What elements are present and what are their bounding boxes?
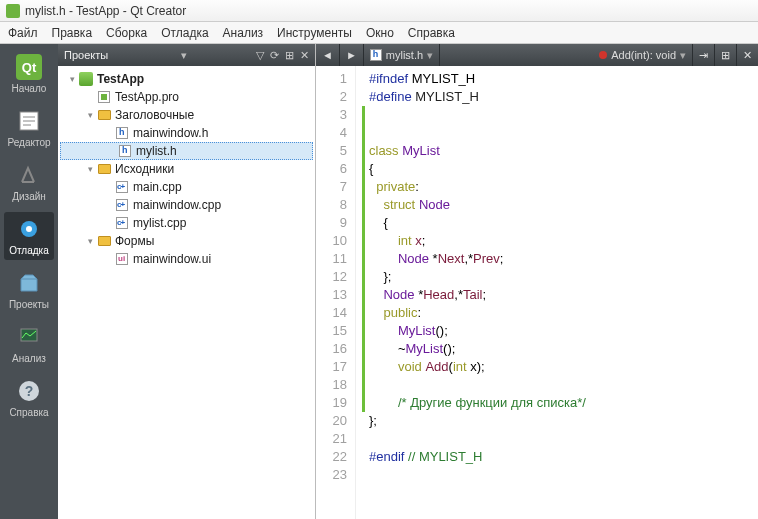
line-gutter: 1234567891011121314151617181920212223: [316, 66, 356, 519]
menu-файл[interactable]: Файл: [8, 26, 38, 40]
code-line[interactable]: [362, 430, 758, 448]
window-title: mylist.h - TestApp - Qt Creator: [25, 4, 186, 18]
qt-icon: Qt: [16, 54, 42, 80]
sync-icon[interactable]: ⟳: [270, 49, 279, 62]
project-panel-title: Проекты: [64, 49, 108, 61]
code-line[interactable]: [362, 106, 758, 124]
disclosure-icon[interactable]: ▾: [84, 164, 96, 174]
design-icon: [16, 162, 42, 188]
tree-item[interactable]: mainwindow.ui: [58, 250, 315, 268]
nav-back[interactable]: ◄: [316, 44, 340, 66]
menu-отладка[interactable]: Отладка: [161, 26, 208, 40]
mode-debug[interactable]: Отладка: [4, 212, 54, 260]
menu-bar: ФайлПравкаСборкаОтладкаАнализИнструменты…: [0, 22, 758, 44]
project-panel: Проекты ▾ ▽ ⟳ ⊞ ✕ ▾TestAppTestApp.pro▾За…: [58, 44, 316, 519]
file-icon: [114, 252, 130, 266]
method-icon: [599, 51, 607, 59]
tree-label: main.cpp: [133, 180, 182, 194]
code-line[interactable]: [362, 466, 758, 484]
file-icon: [114, 180, 130, 194]
code-line[interactable]: int x;: [362, 232, 758, 250]
disclosure-icon[interactable]: ▾: [66, 74, 78, 84]
code-line[interactable]: };: [362, 268, 758, 286]
tree-item[interactable]: mylist.h: [60, 142, 313, 160]
editor-filename: mylist.h: [386, 49, 423, 61]
close-panel-icon[interactable]: ✕: [300, 49, 309, 62]
mode-analyze[interactable]: Анализ: [4, 320, 54, 368]
help-icon: ?: [16, 378, 42, 404]
tree-item[interactable]: mainwindow.cpp: [58, 196, 315, 214]
file-icon: [78, 72, 94, 86]
debug-icon: [16, 216, 42, 242]
mode-design[interactable]: Дизайн: [4, 158, 54, 206]
window-titlebar: mylist.h - TestApp - Qt Creator: [0, 0, 758, 22]
mode-projects[interactable]: Проекты: [4, 266, 54, 314]
tree-item[interactable]: ▾Исходники: [58, 160, 315, 178]
tree-label: Исходники: [115, 162, 174, 176]
menu-инструменты[interactable]: Инструменты: [277, 26, 352, 40]
tree-item[interactable]: main.cpp: [58, 178, 315, 196]
code-editor[interactable]: 1234567891011121314151617181920212223 #i…: [316, 66, 758, 519]
menu-сборка[interactable]: Сборка: [106, 26, 147, 40]
tree-item[interactable]: ▾Формы: [58, 232, 315, 250]
code-content[interactable]: #ifndef MYLIST_H#define MYLIST_Hclass My…: [356, 66, 758, 519]
file-icon: [114, 216, 130, 230]
tree-label: Формы: [115, 234, 154, 248]
code-line[interactable]: private:: [362, 178, 758, 196]
tree-label: mainwindow.cpp: [133, 198, 221, 212]
code-line[interactable]: #ifndef MYLIST_H: [362, 70, 758, 88]
close-editor-icon[interactable]: ✕: [737, 44, 758, 66]
file-selector[interactable]: mylist.h ▾: [364, 44, 440, 66]
mode-editor[interactable]: Редактор: [4, 104, 54, 152]
svg-text:Qt: Qt: [22, 60, 37, 75]
tree-label: mainwindow.ui: [133, 252, 211, 266]
menu-справка[interactable]: Справка: [408, 26, 455, 40]
dropdown-icon[interactable]: ▾: [181, 49, 187, 62]
file-icon: [114, 198, 130, 212]
file-icon: [96, 108, 112, 122]
code-line[interactable]: Node *Next,*Prev;: [362, 250, 758, 268]
editor-panel: ◄ ► mylist.h ▾ Add(int): void ▾ ⇥ ⊞ ✕ 12…: [316, 44, 758, 519]
editor-method: Add(int): void: [611, 49, 676, 61]
code-line[interactable]: class MyList: [362, 142, 758, 160]
code-line[interactable]: [362, 376, 758, 394]
code-line[interactable]: struct Node: [362, 196, 758, 214]
tree-item[interactable]: mainwindow.h: [58, 124, 315, 142]
filter-icon[interactable]: ▽: [256, 49, 264, 62]
disclosure-icon[interactable]: ▾: [84, 236, 96, 246]
file-icon: [117, 144, 133, 158]
app-icon: [6, 4, 20, 18]
split-editor-icon[interactable]: ⊞: [715, 44, 737, 66]
tree-item[interactable]: ▾Заголовочные: [58, 106, 315, 124]
code-line[interactable]: [362, 124, 758, 142]
editor-toolbar: ◄ ► mylist.h ▾ Add(int): void ▾ ⇥ ⊞ ✕: [316, 44, 758, 66]
disclosure-icon[interactable]: ▾: [84, 110, 96, 120]
file-icon: [96, 90, 112, 104]
code-line[interactable]: /* Другие функции для списка*/: [362, 394, 758, 412]
split-icon[interactable]: ⊞: [285, 49, 294, 62]
tree-item[interactable]: mylist.cpp: [58, 214, 315, 232]
code-line[interactable]: public:: [362, 304, 758, 322]
code-line[interactable]: {: [362, 214, 758, 232]
mode-help[interactable]: ?Справка: [4, 374, 54, 422]
menu-правка[interactable]: Правка: [52, 26, 93, 40]
code-line[interactable]: };: [362, 412, 758, 430]
code-line[interactable]: #define MYLIST_H: [362, 88, 758, 106]
project-panel-header: Проекты ▾ ▽ ⟳ ⊞ ✕: [58, 44, 315, 66]
project-tree: ▾TestAppTestApp.pro▾Заголовочныеmainwind…: [58, 66, 315, 519]
mode-qt[interactable]: QtНачало: [4, 50, 54, 98]
tree-label: mylist.h: [136, 144, 177, 158]
code-line[interactable]: Node *Head,*Tail;: [362, 286, 758, 304]
code-line[interactable]: ~MyList();: [362, 340, 758, 358]
tree-item[interactable]: TestApp.pro: [58, 88, 315, 106]
tree-item[interactable]: ▾TestApp: [58, 70, 315, 88]
nav-fwd[interactable]: ►: [340, 44, 364, 66]
line-col[interactable]: ⇥: [693, 44, 715, 66]
code-line[interactable]: #endif // MYLIST_H: [362, 448, 758, 466]
menu-окно[interactable]: Окно: [366, 26, 394, 40]
method-selector[interactable]: Add(int): void ▾: [593, 44, 693, 66]
code-line[interactable]: MyList();: [362, 322, 758, 340]
code-line[interactable]: void Add(int x);: [362, 358, 758, 376]
menu-анализ[interactable]: Анализ: [223, 26, 264, 40]
code-line[interactable]: {: [362, 160, 758, 178]
